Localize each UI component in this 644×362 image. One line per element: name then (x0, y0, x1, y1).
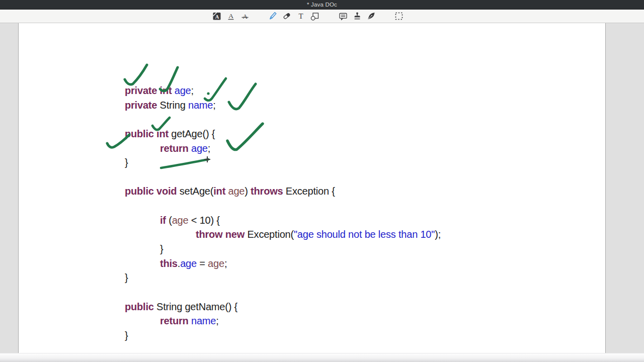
svg-text:A: A (215, 14, 219, 20)
code-token: } (125, 272, 128, 283)
stamp-tool-button[interactable] (350, 10, 364, 23)
code-token: ; (224, 258, 227, 269)
pencil-icon (268, 11, 278, 21)
signature-tool-button[interactable] (364, 10, 378, 23)
window-titlebar: * Java DOc (0, 0, 644, 10)
code-token: String getName() { (154, 301, 237, 312)
code-token: int (160, 85, 172, 96)
select-tool-button[interactable] (392, 10, 406, 23)
code-token: < 10) { (188, 215, 219, 226)
code-line: private int age; (125, 83, 441, 98)
code-line: } (125, 242, 441, 256)
code-line: private String name; (125, 98, 441, 113)
code-line: this.age = age; (125, 256, 441, 271)
code-token: age (172, 215, 189, 226)
code-line: throw new Exception("age should not be l… (125, 227, 441, 242)
shapes-tool-button[interactable] (308, 10, 322, 23)
code-token: throws (251, 186, 283, 197)
code-token: age (175, 85, 191, 96)
code-line: if (age < 10) { (125, 213, 441, 228)
window-bottom-edge (0, 353, 644, 362)
code-token: = (197, 258, 208, 269)
text-tool-button[interactable]: T (294, 10, 308, 23)
code-token: public (125, 186, 154, 197)
code-token: } (125, 157, 128, 168)
svg-text:A: A (243, 13, 248, 20)
code-token: public (125, 128, 154, 139)
highlight-tool-button[interactable]: A (210, 10, 224, 23)
code-token: name (188, 100, 213, 111)
code-token: void (156, 186, 177, 197)
toolbar-tool-row: A A A (210, 10, 406, 23)
code-token: getAge() { (169, 128, 215, 139)
svg-text:T: T (298, 12, 303, 20)
code-token: age (228, 186, 245, 197)
code-line (125, 170, 441, 185)
code-line (125, 112, 441, 127)
code-token: ; (208, 143, 210, 154)
eraser-icon (282, 11, 292, 21)
code-token: "age should not be less than 10" (294, 229, 435, 240)
code-line: public void setAge(int age) throws Excep… (125, 184, 441, 199)
code-token: new (225, 229, 245, 240)
code-token: ; (191, 85, 194, 96)
code-token: this (160, 258, 178, 269)
code-token: ; (213, 100, 215, 111)
code-token: } (160, 243, 163, 254)
strikeout-icon: A (240, 11, 250, 21)
code-token: age (191, 143, 208, 154)
note-icon (338, 11, 348, 21)
svg-text:A: A (228, 12, 233, 20)
highlight-icon: A (212, 11, 222, 21)
code-token: Exception( (245, 229, 294, 240)
code-line: } (125, 155, 441, 170)
code-token: ) (245, 186, 251, 197)
signature-icon (366, 11, 376, 21)
code-line: return age; (125, 141, 441, 156)
code-token: private (125, 100, 157, 111)
code-token: age (180, 258, 197, 269)
code-token: Exception { (283, 186, 335, 197)
code-token: int (213, 186, 225, 197)
eraser-tool-button[interactable] (280, 10, 294, 23)
strikeout-tool-button[interactable]: A (238, 10, 252, 23)
code-line: } (125, 270, 441, 285)
code-token: ; (216, 315, 218, 326)
code-line (125, 285, 441, 300)
code-token: private (125, 85, 157, 96)
code-line: return name; (125, 314, 441, 328)
code-token: public (125, 301, 154, 312)
code-token: throw (196, 229, 222, 240)
code-token: int (156, 128, 169, 139)
annotation-toolbar: A A A (0, 10, 644, 23)
code-line (125, 199, 441, 213)
text-icon: T (296, 11, 306, 21)
code-token: age (208, 258, 224, 269)
stamp-icon (352, 11, 362, 21)
code-token: setAge( (177, 186, 213, 197)
shapes-icon (310, 11, 320, 21)
code-line: } (125, 328, 441, 343)
underline-icon: A (226, 11, 236, 21)
underline-tool-button[interactable]: A (224, 10, 238, 23)
code-token: if (160, 215, 166, 226)
code-token: return (160, 143, 189, 154)
select-icon (394, 11, 404, 21)
pencil-tool-button[interactable] (266, 10, 280, 23)
code-token: } (125, 330, 128, 341)
code-line: public String getName() { (125, 300, 441, 314)
code-token: ); (435, 229, 441, 240)
code-line: public int getAge() { (125, 127, 441, 141)
code-token: return (160, 315, 189, 326)
code-token: name (191, 315, 216, 326)
window-title: * Java DOc (307, 2, 337, 8)
code-token: String (157, 100, 188, 111)
note-tool-button[interactable] (336, 10, 350, 23)
code-block: private int age;private String name;publ… (125, 83, 441, 343)
code-token: ( (166, 215, 172, 226)
